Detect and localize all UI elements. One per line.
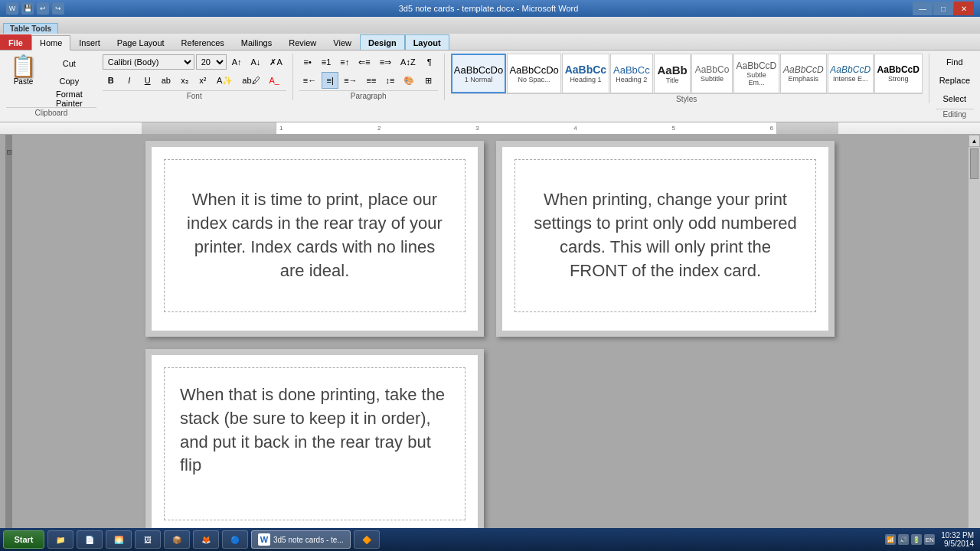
- taskbar-firefox[interactable]: 🦊: [193, 530, 219, 549]
- multilevel-list-button[interactable]: ≡↑: [336, 54, 353, 70]
- show-marks-button[interactable]: ¶: [421, 54, 438, 70]
- tab-layout[interactable]: Layout: [405, 34, 449, 50]
- scroll-track[interactable]: [969, 147, 980, 551]
- style-emphasis-label: Emphasis: [789, 75, 819, 83]
- maximize-button[interactable]: □: [933, 2, 953, 15]
- left-scroll-markers: [6, 135, 12, 551]
- taskbar-adobe[interactable]: 📄: [77, 530, 103, 549]
- quick-access-save[interactable]: 💾: [21, 2, 34, 15]
- style-subtle-em[interactable]: AaBbCcD Subtle Em...: [733, 54, 779, 93]
- style-subtitle-label: Subtitle: [701, 75, 724, 83]
- style-strong-preview: AaBbCcD: [877, 64, 920, 75]
- taskbar-photoshop[interactable]: 🖼: [135, 530, 161, 549]
- clear-format-button[interactable]: ✗A: [266, 54, 286, 70]
- taskbar-lightroom[interactable]: 🌅: [106, 530, 132, 549]
- card-outer-2: When printing, change your print setting…: [496, 141, 835, 337]
- tab-view[interactable]: View: [325, 34, 360, 50]
- superscript-button[interactable]: x²: [194, 72, 211, 89]
- tab-review[interactable]: Review: [280, 34, 325, 50]
- taskbar-word[interactable]: W 3d5 note cards - te...: [251, 530, 351, 549]
- text-highlight-button[interactable]: ab🖊: [238, 72, 263, 89]
- tray-network-icon[interactable]: 📶: [885, 534, 896, 545]
- decrease-indent-button[interactable]: ⇐≡: [354, 54, 374, 70]
- align-left-button[interactable]: ≡←: [299, 72, 320, 89]
- style-title[interactable]: AaBb Title: [654, 54, 691, 93]
- subscript-button[interactable]: x₂: [176, 72, 193, 89]
- italic-button[interactable]: I: [121, 72, 138, 89]
- taskbar-chrome[interactable]: 🔵: [222, 530, 248, 549]
- style-subtle-em-label: Subtle Em...: [739, 71, 774, 86]
- editing-group: Find Replace Select Editing: [936, 54, 974, 119]
- style-heading2[interactable]: AaBbCc Heading 2: [610, 54, 653, 93]
- document-area[interactable]: When it is time to print, place our inde…: [12, 135, 968, 551]
- scroll-marker: [7, 150, 11, 155]
- window-controls[interactable]: — □ ✕: [913, 2, 974, 15]
- tab-design[interactable]: Design: [360, 34, 405, 50]
- quick-access-undo[interactable]: ↩: [37, 2, 49, 15]
- tab-insert[interactable]: Insert: [70, 34, 109, 50]
- right-scrollbar[interactable]: ▲ ▼: [968, 135, 980, 551]
- font-group: Calibri (Body) 20 A↑ A↓ ✗A B I U ab x₂ x…: [103, 54, 293, 100]
- card-dashed-3[interactable]: When that is done printing, take the sta…: [164, 367, 466, 520]
- tab-mailings[interactable]: Mailings: [233, 34, 280, 50]
- sort-button[interactable]: A↕Z: [397, 54, 420, 70]
- tray-volume-icon[interactable]: 🔊: [898, 534, 909, 545]
- find-button[interactable]: Find: [936, 54, 974, 70]
- tab-file[interactable]: File: [0, 34, 31, 50]
- word-app-icon: W: [6, 2, 18, 15]
- paste-button[interactable]: 📋 Paste: [6, 54, 41, 107]
- window-title: 3d5 note cards - template.docx - Microso…: [64, 4, 913, 13]
- style-nospace[interactable]: AaBbCcDo No Spac...: [507, 54, 561, 93]
- ribbon-content: 📋 Paste Cut Copy Format Painter Clipboar…: [0, 51, 980, 122]
- shading-button[interactable]: 🎨: [400, 72, 418, 89]
- increase-indent-button[interactable]: ≡⇒: [376, 54, 395, 70]
- tab-page-layout[interactable]: Page Layout: [109, 34, 173, 50]
- replace-button[interactable]: Replace: [936, 72, 974, 89]
- start-button[interactable]: Start: [3, 530, 44, 549]
- title-bar-left: W 💾 ↩ ↪: [6, 2, 64, 15]
- copy-button[interactable]: Copy: [42, 73, 96, 90]
- taskbar-explorer[interactable]: 📁: [47, 530, 74, 549]
- card-text-1: When it is time to print, place our inde…: [180, 188, 449, 282]
- tab-references[interactable]: References: [173, 34, 233, 50]
- scroll-thumb[interactable]: [970, 148, 978, 179]
- style-heading1[interactable]: AaBbCc Heading 1: [562, 54, 609, 93]
- style-normal[interactable]: AaBbCcDo 1 Normal: [451, 54, 507, 93]
- line-spacing-button[interactable]: ↕≡: [381, 72, 398, 89]
- font-color-button[interactable]: A_: [266, 72, 283, 89]
- scroll-up-button[interactable]: ▲: [969, 135, 980, 147]
- ruler-content: 12 34 56: [276, 122, 777, 134]
- borders-button[interactable]: ⊞: [420, 72, 436, 89]
- quick-access-redo[interactable]: ↪: [52, 2, 64, 15]
- justify-button[interactable]: ≡≡: [363, 72, 381, 89]
- minimize-button[interactable]: —: [913, 2, 933, 15]
- tab-home[interactable]: Home: [31, 35, 70, 51]
- font-size-select[interactable]: 20: [196, 54, 227, 70]
- text-effects-button[interactable]: A✨: [213, 72, 237, 89]
- format-painter-button[interactable]: Format Painter: [42, 90, 96, 107]
- bullets-button[interactable]: ≡•: [299, 54, 316, 70]
- align-right-button[interactable]: ≡→: [340, 72, 361, 89]
- style-intense-e[interactable]: AaBbCcD Intense E...: [828, 54, 874, 93]
- cut-button[interactable]: Cut: [42, 55, 96, 72]
- style-emphasis[interactable]: AaBbCcD Emphasis: [780, 54, 826, 93]
- close-button[interactable]: ✕: [954, 2, 974, 15]
- select-button[interactable]: Select: [936, 90, 974, 107]
- font-shrink-button[interactable]: A↓: [247, 54, 265, 70]
- clock[interactable]: 10:32 PM9/5/2014: [938, 531, 977, 548]
- taskbar-unknown[interactable]: 📦: [164, 530, 190, 549]
- underline-button[interactable]: U: [139, 72, 156, 89]
- card-dashed-2[interactable]: When printing, change your print setting…: [514, 159, 816, 312]
- tray-lang-icon[interactable]: EN: [924, 534, 935, 545]
- clipboard-group: 📋 Paste Cut Copy Format Painter Clipboar…: [6, 54, 96, 117]
- font-grow-button[interactable]: A↑: [228, 54, 246, 70]
- numbering-button[interactable]: ≡1: [318, 54, 335, 70]
- strikethrough-button[interactable]: ab: [158, 72, 175, 89]
- style-strong[interactable]: AaBbCcD Strong: [874, 54, 923, 93]
- bold-button[interactable]: B: [103, 72, 119, 89]
- card-dashed-1[interactable]: When it is time to print, place our inde…: [164, 159, 466, 312]
- align-center-button[interactable]: ≡|: [322, 72, 338, 89]
- style-subtitle[interactable]: AaBbCo Subtitle: [691, 54, 732, 93]
- font-name-select[interactable]: Calibri (Body): [103, 54, 194, 70]
- taskbar-vlc[interactable]: 🔶: [354, 530, 380, 549]
